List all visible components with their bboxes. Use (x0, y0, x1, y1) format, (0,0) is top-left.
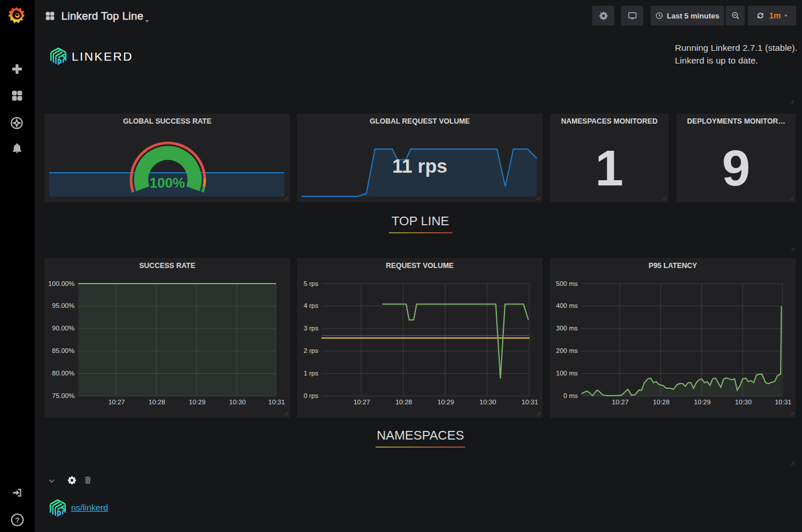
svg-text:?: ? (15, 516, 20, 524)
